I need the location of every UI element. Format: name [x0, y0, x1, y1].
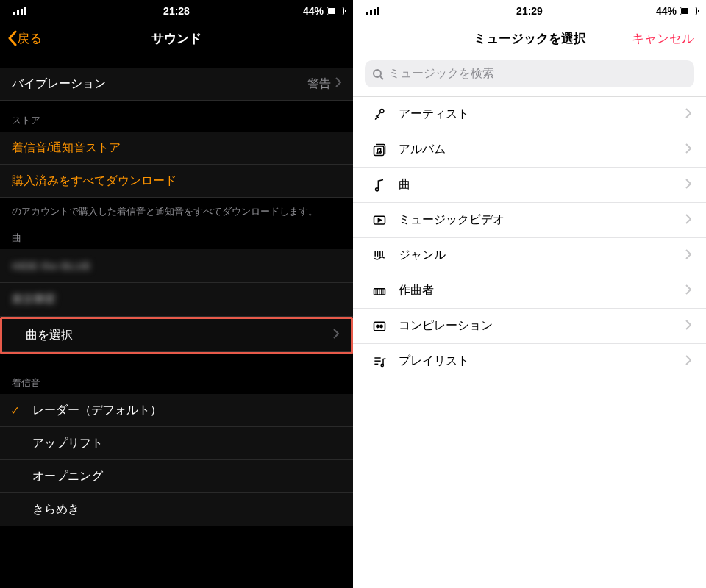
svg-rect-3 [374, 146, 384, 156]
song-icon [369, 178, 390, 193]
nav-bar: 戻る サウンド [0, 22, 353, 54]
song-item-blurred[interactable]: 東京事変 [0, 283, 353, 317]
row-label: 購入済みをすべてダウンロード [12, 173, 176, 189]
category-artists[interactable]: アーティスト [353, 97, 706, 132]
row-label: きらめき [32, 502, 79, 517]
vibration-label: バイブレーション [12, 76, 106, 92]
chevron-right-icon [685, 179, 691, 192]
album-icon [369, 143, 390, 157]
search-placeholder: ミュージックを検索 [388, 66, 494, 82]
cancel-button[interactable]: キャンセル [632, 30, 694, 47]
row-label: アップリフト [32, 436, 103, 451]
ringtone-option[interactable]: アップリフト [0, 427, 353, 460]
svg-rect-10 [374, 322, 385, 331]
checkmark-icon: ✓ [10, 404, 20, 417]
battery-icon [327, 7, 344, 15]
chevron-right-icon [685, 249, 691, 262]
row-label: オープニング [32, 469, 103, 484]
composer-icon [369, 284, 390, 298]
vibration-value: 警告 [307, 76, 331, 92]
category-music-videos[interactable]: ミュージックビデオ [353, 203, 706, 238]
ringtone-store-link[interactable]: 着信音/通知音ストア [0, 132, 353, 165]
ringtones-header: 着信音 [0, 354, 353, 394]
download-purchased-link[interactable]: 購入済みをすべてダウンロード [0, 165, 353, 198]
sound-settings-screen: 21:28 44% 戻る サウンド バイブレーション 警告 ストア 着信音/通知… [0, 0, 353, 588]
ringtone-option[interactable]: きらめき [0, 493, 353, 526]
row-label: コンピレーション [390, 318, 685, 334]
chevron-right-icon [685, 143, 691, 157]
row-label: 曲を選択 [26, 328, 73, 343]
chevron-right-icon [685, 108, 691, 121]
category-playlists[interactable]: プレイリスト [353, 344, 706, 379]
status-time: 21:29 [353, 5, 706, 17]
chevron-right-icon [685, 284, 691, 298]
svg-marker-8 [378, 218, 381, 221]
category-list: アーティスト アルバム 曲 ミュージックビデオ ジャンル 作曲者 [353, 96, 706, 379]
video-icon [369, 213, 390, 228]
artist-icon [369, 107, 390, 122]
row-label: 作曲者 [390, 283, 685, 298]
row-label: 曲 [390, 177, 685, 193]
download-footnote: のアカウントで購入した着信音と通知音をすべてダウンロードします。 [0, 198, 353, 218]
page-title: サウンド [0, 30, 353, 47]
chevron-right-icon [685, 355, 691, 368]
svg-point-16 [381, 364, 383, 366]
chevron-right-icon [685, 214, 691, 227]
battery-icon [680, 7, 697, 15]
playlist-icon [369, 354, 390, 369]
row-label: アルバム [390, 142, 685, 157]
row-label: ミュージックビデオ [390, 212, 685, 228]
song-item-blurred[interactable]: HIDE the BLUE [0, 249, 353, 283]
category-composers[interactable]: 作曲者 [353, 273, 706, 309]
ringtone-option[interactable]: ✓ レーダー（デフォルト） [0, 394, 353, 427]
status-bar: 21:28 44% [0, 0, 353, 22]
svg-point-6 [376, 187, 379, 190]
svg-point-11 [377, 325, 379, 327]
store-header: ストア [0, 101, 353, 132]
chevron-right-icon [333, 329, 339, 342]
row-label: レーダー（デフォルト） [32, 403, 162, 418]
category-albums[interactable]: アルバム [353, 132, 706, 168]
vibration-row[interactable]: バイブレーション 警告 [0, 68, 353, 101]
row-label: アーティスト [390, 107, 685, 122]
search-input[interactable]: ミュージックを検索 [365, 60, 694, 87]
svg-point-0 [374, 70, 381, 77]
row-label: プレイリスト [390, 354, 685, 369]
compilation-icon [369, 319, 390, 334]
category-compilations[interactable]: コンピレーション [353, 309, 706, 344]
nav-bar: ミュージックを選択 キャンセル [353, 22, 706, 54]
svg-point-12 [380, 325, 382, 327]
svg-line-1 [380, 76, 383, 79]
music-picker-screen: 21:29 44% ミュージックを選択 キャンセル ミュージックを検索 アーティ… [353, 0, 706, 588]
svg-point-4 [377, 152, 378, 154]
category-songs[interactable]: 曲 [353, 168, 706, 203]
status-bar: 21:29 44% [353, 0, 706, 22]
songs-header: 曲 [0, 218, 353, 249]
row-label: ジャンル [390, 248, 685, 263]
svg-point-2 [380, 109, 384, 112]
search-icon [372, 68, 384, 80]
category-genres[interactable]: ジャンル [353, 238, 706, 273]
genre-icon [369, 248, 390, 263]
choose-song-row[interactable]: 曲を選択 [2, 319, 351, 352]
row-label: 着信音/通知音ストア [12, 140, 121, 156]
ringtone-option[interactable]: オープニング [0, 460, 353, 493]
chevron-right-icon [335, 77, 341, 90]
status-time: 21:28 [0, 5, 353, 17]
chevron-right-icon [685, 320, 691, 333]
choose-song-highlight: 曲を選択 [0, 317, 353, 354]
